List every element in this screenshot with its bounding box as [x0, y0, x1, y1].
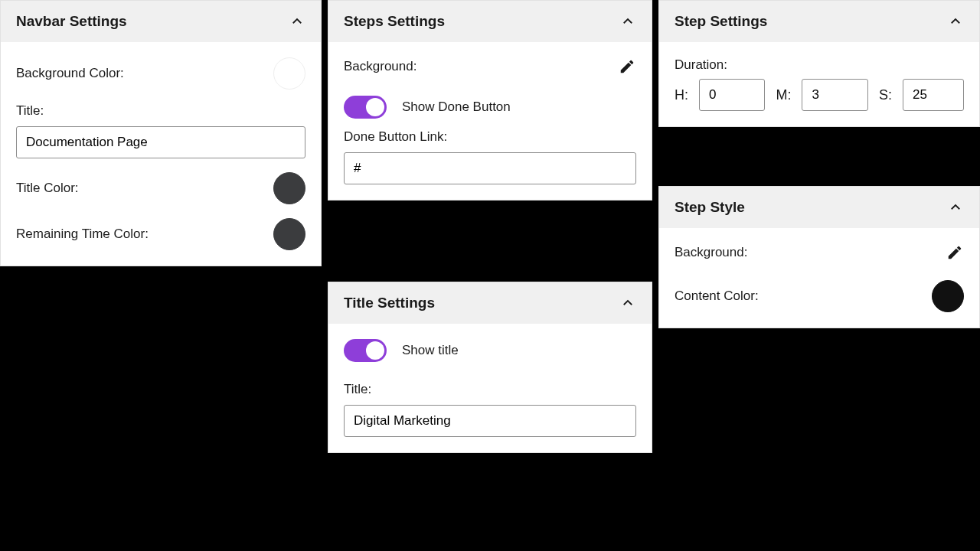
title-settings-panel: Title Settings Show title Title:: [328, 282, 652, 453]
content-color-label: Content Color:: [675, 289, 759, 304]
steps-settings-panel: Steps Settings Background: Show Done But…: [328, 0, 652, 201]
chevron-up-icon: [619, 295, 636, 311]
title-settings-header[interactable]: Title Settings: [328, 282, 652, 324]
pencil-icon[interactable]: [618, 57, 636, 76]
chevron-up-icon: [289, 13, 305, 30]
panel-title: Steps Settings: [344, 13, 445, 30]
chevron-up-icon: [947, 13, 964, 30]
title-color-label: Title Color:: [16, 181, 79, 196]
done-link-label: Done Button Link:: [344, 129, 636, 145]
seconds-label: S:: [879, 87, 892, 103]
show-done-label: Show Done Button: [402, 99, 511, 115]
panel-title: Navbar Settings: [16, 13, 127, 30]
chevron-up-icon: [619, 13, 636, 30]
step-style-panel: Step Style Background: Content Color:: [658, 186, 980, 328]
chevron-up-icon: [947, 199, 964, 216]
remaining-time-color-label: Remaining Time Color:: [16, 227, 149, 242]
title-input[interactable]: [16, 126, 305, 158]
pencil-icon[interactable]: [946, 243, 964, 262]
show-title-label: Show title: [402, 343, 459, 358]
show-title-toggle[interactable]: [344, 339, 387, 362]
panel-title: Title Settings: [344, 295, 435, 311]
duration-label: Duration:: [675, 57, 964, 73]
remaining-time-color-swatch[interactable]: [273, 218, 305, 250]
done-link-input[interactable]: [344, 152, 636, 184]
background-color-label: Background Color:: [16, 66, 124, 81]
step-style-header[interactable]: Step Style: [659, 187, 979, 228]
navbar-settings-header[interactable]: Navbar Settings: [1, 1, 321, 42]
title-field-label: Title:: [16, 103, 305, 119]
content-color-swatch[interactable]: [932, 280, 964, 312]
minutes-label: M:: [776, 87, 791, 103]
title-field-label: Title:: [344, 382, 636, 397]
panel-title: Step Style: [675, 199, 745, 216]
hours-label: H:: [675, 87, 688, 103]
step-settings-panel: Step Settings Duration: H: M: S:: [658, 0, 980, 127]
hours-input[interactable]: [699, 79, 765, 111]
title-input[interactable]: [344, 405, 636, 437]
navbar-settings-panel: Navbar Settings Background Color: Title:…: [0, 0, 322, 266]
panel-title: Step Settings: [675, 13, 767, 30]
background-color-swatch[interactable]: [273, 57, 305, 90]
title-color-swatch[interactable]: [273, 172, 305, 204]
minutes-input[interactable]: [802, 79, 867, 111]
seconds-input[interactable]: [903, 79, 964, 111]
background-label: Background:: [675, 245, 747, 260]
background-label: Background:: [344, 59, 416, 74]
steps-settings-header[interactable]: Steps Settings: [328, 1, 652, 42]
show-done-toggle[interactable]: [344, 96, 387, 119]
step-settings-header[interactable]: Step Settings: [659, 1, 979, 42]
